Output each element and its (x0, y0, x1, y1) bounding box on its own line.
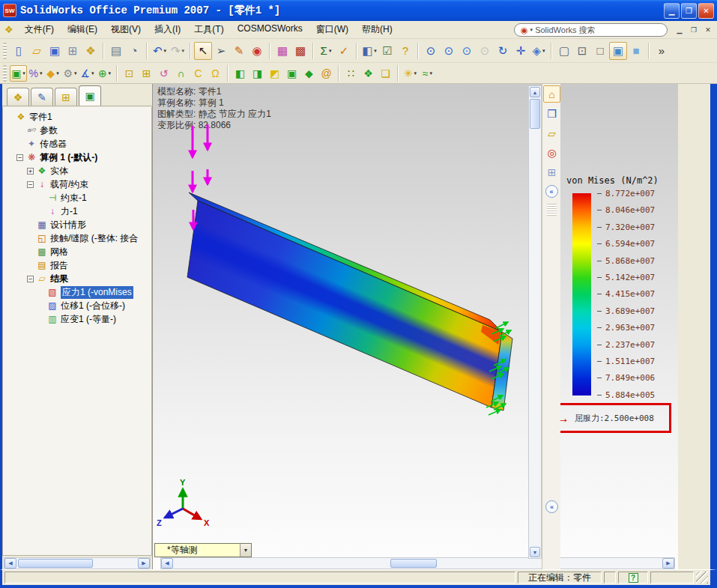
color-swatches-button[interactable]: ▦ (273, 42, 291, 60)
dropdown-arrow-icon[interactable]: ▾ (56, 70, 59, 76)
design-scenario-button[interactable]: ∷ (342, 65, 360, 82)
displacement-plot-button[interactable]: ◨ (249, 65, 266, 82)
print-button[interactable]: ▤ (107, 42, 125, 60)
tree-item[interactable]: +❖实体 (3, 164, 151, 178)
hidden-lines-removed-button[interactable]: □ (591, 42, 609, 60)
clipping-c-button[interactable]: C (190, 65, 207, 82)
run-analysis-button[interactable]: ⊡ (121, 65, 138, 82)
graphics-hscrollbar[interactable]: ◀ ▶ (160, 557, 675, 569)
tree-item[interactable]: −❋算例 1 (-默认-) (3, 151, 151, 164)
make-assembly-button[interactable]: ❖ (82, 42, 100, 60)
tree-item[interactable]: −▱结果 (3, 272, 151, 285)
display-lights-button[interactable]: ◉ (248, 42, 266, 60)
search-box[interactable]: ◉ ▾ SolidWorks 搜索 (514, 23, 668, 37)
zoom-to-selection-button[interactable]: ⊙ (476, 42, 494, 60)
zoom-to-area-button[interactable]: ⊙ (440, 42, 458, 60)
mesh-button[interactable]: ⊕▾ (96, 65, 113, 82)
dropdown-arrow-icon[interactable]: ▾ (91, 70, 94, 76)
wireframe-button[interactable]: ▢ (555, 42, 573, 60)
deformation-plot-button[interactable]: ▣ (283, 65, 300, 82)
shaded-button[interactable]: ■ (627, 42, 645, 60)
redo-button[interactable]: ↷▾ (169, 42, 187, 60)
close-button[interactable]: ✕ (698, 3, 714, 19)
alert-bell-button[interactable]: Ω (207, 65, 224, 82)
design-library-tab[interactable]: ❒ (543, 105, 560, 122)
dropdown-arrow-icon[interactable]: ▾ (164, 48, 167, 54)
new-document-button[interactable]: ▯ (10, 42, 28, 60)
toolbar-grip[interactable] (3, 43, 7, 59)
section-clipping-button[interactable]: ∩ (172, 65, 190, 82)
pan-button[interactable]: ✛ (512, 42, 530, 60)
menu-insert[interactable]: 插入(I) (148, 21, 187, 38)
tree-item[interactable]: a=?参数 (3, 124, 151, 137)
measure-button[interactable]: Σ▾ (317, 42, 335, 60)
tree-item[interactable]: ▧应力1 (-vonMises (3, 285, 151, 299)
make-drawing-button[interactable]: ⊞ (64, 42, 82, 60)
design-check-button[interactable]: ⊞ (138, 65, 155, 82)
tree-item[interactable]: −↓载荷/约束 (3, 178, 151, 191)
sketch-button[interactable]: ✎ (230, 42, 248, 60)
featuremanager-tab[interactable]: ❖ (7, 88, 29, 106)
probe-button[interactable]: ✳▾ (402, 65, 419, 82)
apply-material-button[interactable]: %▾ (27, 65, 44, 82)
toolbar-grip[interactable] (3, 65, 7, 82)
scrollbar-thumb[interactable] (390, 559, 437, 568)
scroll-right-icon[interactable]: ▶ (662, 558, 674, 569)
menu-window[interactable]: 窗口(W) (309, 21, 355, 38)
task-pane-collapse-button[interactable]: « (545, 185, 558, 198)
check-button[interactable]: ✓ (335, 42, 353, 60)
mdi-restore-button[interactable]: ❐ (688, 24, 700, 36)
hidden-lines-visible-button[interactable]: ⊡ (573, 42, 591, 60)
quick-tips-icon[interactable]: ? (629, 573, 638, 583)
task-pane-drag-handle[interactable] (547, 204, 557, 216)
scroll-left-icon[interactable]: ◀ (4, 558, 16, 569)
dropdown-arrow-icon[interactable]: ▾ (430, 70, 433, 76)
file-explorer-tab[interactable]: ▱ (543, 124, 560, 142)
dropdown-arrow-icon[interactable]: ▾ (40, 70, 43, 76)
menu-help[interactable]: 帮助(H) (355, 21, 399, 38)
texture-button[interactable]: ▩ (291, 42, 309, 60)
status-help-cell[interactable]: ? (618, 572, 648, 584)
dropdown-arrow-icon[interactable]: ▾ (74, 70, 77, 76)
stress-colored-beam[interactable] (187, 193, 512, 410)
task-pane-collapse-button-lower[interactable]: « (545, 500, 558, 513)
standard-views-button[interactable]: ◈▾ (530, 42, 548, 60)
menu-cosmosworks[interactable]: COSMOSWorks (231, 21, 309, 38)
dropdown-arrow-icon[interactable]: ▾ (22, 70, 25, 76)
select-tool-button[interactable]: ↖ (194, 42, 212, 60)
tree-expander-icon[interactable]: − (16, 154, 23, 161)
graphics-vscrollbar[interactable]: ▲ ▼ (528, 85, 542, 559)
menu-file[interactable]: 文件(F) (18, 21, 61, 38)
select-other-button[interactable]: ➢ (212, 42, 230, 60)
tree-item[interactable]: ▦设计情形 (3, 218, 151, 231)
menu-tools[interactable]: 工具(T) (187, 21, 230, 38)
zoom-in-out-button[interactable]: ⊙ (458, 42, 476, 60)
graphics-viewport[interactable]: 模型名称: 零件1算例名称: 算例 1图解类型: 静态 节应力 应力1变形比例:… (152, 84, 678, 569)
tree-item[interactable]: ✦传感器 (3, 137, 151, 151)
rotate-view-button[interactable]: ↻ (494, 42, 512, 60)
search-tab[interactable]: ◎ (543, 144, 560, 161)
dropdown-arrow-icon[interactable]: ▾ (374, 48, 377, 54)
help-button[interactable]: ? (396, 42, 414, 60)
search-dropdown-icon[interactable]: ▾ (530, 27, 533, 33)
mdi-close-button[interactable]: ✕ (702, 24, 714, 36)
scroll-down-icon[interactable]: ▼ (530, 547, 540, 557)
tree-item[interactable]: ▨位移1 (-合位移-) (3, 299, 151, 312)
tile-plots-button[interactable]: ❏ (377, 65, 394, 82)
scroll-left-icon[interactable]: ◀ (161, 558, 173, 569)
optimization-button[interactable]: ❖ (360, 65, 377, 82)
maximize-button[interactable]: ❐ (681, 3, 697, 19)
dropdown-arrow-icon[interactable]: ▾ (109, 70, 112, 76)
cosmosworks-tab[interactable]: ▣ (79, 85, 101, 106)
tree-item[interactable]: ▩网格 (3, 245, 151, 258)
solidworks-resources-tab[interactable]: ⌂ (543, 85, 560, 103)
view-palette-tab[interactable]: ⊞ (543, 163, 560, 181)
save-button[interactable]: ▣ (46, 42, 64, 60)
configurationmanager-tab[interactable]: ⊞ (55, 88, 77, 106)
dropdown-arrow-icon[interactable]: ▾ (329, 48, 332, 54)
propertymanager-tab[interactable]: ✎ (31, 88, 53, 106)
strain-plot-button[interactable]: ◩ (266, 65, 283, 82)
open-document-button[interactable]: ▱ (28, 42, 46, 60)
loads-button[interactable]: ⚙▾ (61, 65, 79, 82)
dropdown-arrow-icon[interactable]: ▾ (542, 48, 545, 54)
